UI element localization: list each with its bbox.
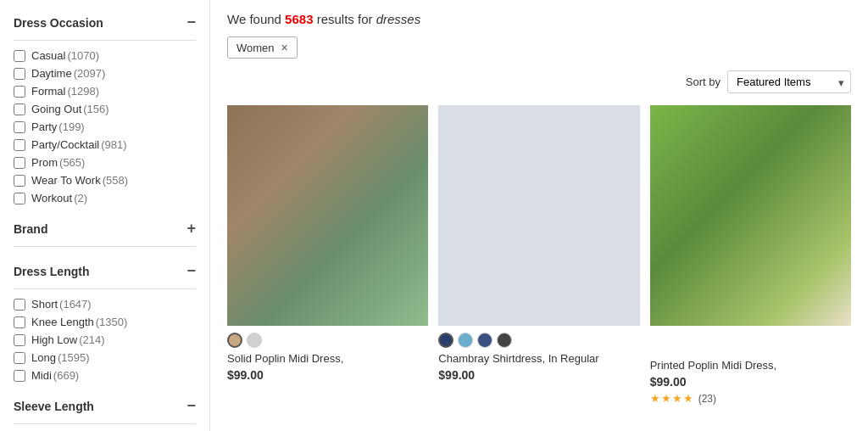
filter-section-sleeve-length-title: Sleeve Length <box>14 400 94 413</box>
filter-section-occasion-toggle[interactable]: − <box>186 14 196 31</box>
filter-count-wear-to-work: (558) <box>103 174 128 187</box>
filter-label-daytime: Daytime <box>31 67 72 80</box>
filter-checkbox-party[interactable] <box>14 121 25 133</box>
sort-select-wrapper[interactable]: Featured Items Price: Low to High Price:… <box>727 70 851 93</box>
filter-section-brand-toggle[interactable]: + <box>186 220 196 238</box>
filter-count-party: (199) <box>58 120 84 133</box>
filter-section-sleeve-length-toggle[interactable]: − <box>186 397 196 415</box>
filter-item-party-cocktail[interactable]: Party/Cocktail (981) <box>14 138 196 151</box>
filter-item-prom[interactable]: Prom (565) <box>14 156 196 169</box>
color-swatch-navy[interactable] <box>438 333 453 348</box>
filter-section-dress-length-header[interactable]: Dress Length − <box>14 262 196 289</box>
filter-checkbox-formal[interactable] <box>14 86 25 98</box>
filter-checkbox-long[interactable] <box>14 352 25 364</box>
filter-dress-length-items: Short (1647) Knee Length (1350) High Low… <box>14 298 196 382</box>
filter-checkbox-going-out[interactable] <box>14 104 25 115</box>
filter-section-occasion-title: Dress Occasion <box>14 16 103 30</box>
filter-count-party-cocktail: (981) <box>101 138 126 151</box>
filter-section-occasion-header[interactable]: Dress Occasion − <box>14 14 196 41</box>
product-image-1[interactable] <box>227 105 428 326</box>
sort-select[interactable]: Featured Items Price: Low to High Price:… <box>727 70 851 93</box>
remove-filter-women-icon[interactable]: × <box>281 41 288 54</box>
color-swatches-1 <box>227 333 428 348</box>
filter-count-prom: (565) <box>59 156 85 169</box>
filter-count-knee-length: (1350) <box>96 316 128 328</box>
filter-section-occasion: Dress Occasion − Casual (1070) Daytime (… <box>14 14 196 204</box>
product-price-1: $99.00 <box>227 368 428 382</box>
product-name-1: Solid Poplin Midi Dress, <box>227 352 428 365</box>
filter-count-casual: (1070) <box>67 49 99 62</box>
main-content: We found 5683 results for dresses Women … <box>210 0 868 431</box>
product-card-3[interactable]: Printed Poplin Midi Dress, $99.00 ★★★★ (… <box>650 105 851 405</box>
filter-count-high-low: (214) <box>79 333 104 346</box>
filter-item-long[interactable]: Long (1595) <box>14 351 196 364</box>
filter-item-midi[interactable]: Midi (669) <box>14 369 196 382</box>
filter-checkbox-short[interactable] <box>14 299 25 311</box>
filter-item-daytime[interactable]: Daytime (2097) <box>14 67 196 80</box>
product-price-3: $99.00 <box>650 375 851 389</box>
filter-label-long: Long <box>31 351 56 364</box>
filter-section-sleeve-length: Sleeve Length − Sleeveless (2837) Short … <box>14 397 196 431</box>
filter-label-going-out: Going Out <box>31 103 81 115</box>
star-rating-3: ★★★★ (23) <box>650 392 851 405</box>
product-card-2[interactable]: Chambray Shirtdress, In Regular $99.00 <box>438 105 639 405</box>
filter-item-short[interactable]: Short (1647) <box>14 298 196 311</box>
filter-label-workout: Workout <box>31 192 72 204</box>
active-filter-women[interactable]: Women × <box>227 36 298 59</box>
filter-label-knee-length: Knee Length <box>31 316 94 328</box>
results-text-prefix: We found <box>227 12 285 26</box>
filter-label-short: Short <box>31 298 58 311</box>
filter-checkbox-wear-to-work[interactable] <box>14 175 25 187</box>
filter-count-midi: (669) <box>53 369 79 382</box>
filter-checkbox-knee-length[interactable] <box>14 316 25 328</box>
sort-label: Sort by <box>686 76 721 88</box>
product-image-3[interactable] <box>650 105 851 326</box>
filter-label-prom: Prom <box>31 156 58 169</box>
filter-label-party: Party <box>31 120 57 133</box>
filter-checkbox-daytime[interactable] <box>14 68 25 80</box>
filter-label-midi: Midi <box>31 369 52 382</box>
filter-count-workout: (2) <box>74 192 87 204</box>
sidebar: Dress Occasion − Casual (1070) Daytime (… <box>0 0 210 431</box>
filter-item-wear-to-work[interactable]: Wear To Work (558) <box>14 174 196 187</box>
filter-label-party-cocktail: Party/Cocktail <box>31 138 99 151</box>
filter-section-dress-length-title: Dress Length <box>14 265 89 278</box>
filter-item-party[interactable]: Party (199) <box>14 120 196 133</box>
filter-checkbox-workout[interactable] <box>14 193 25 204</box>
filter-section-sleeve-length-header[interactable]: Sleeve Length − <box>14 397 196 424</box>
filter-item-workout[interactable]: Workout (2) <box>14 192 196 204</box>
color-swatch-gray[interactable] <box>247 333 262 348</box>
product-grid: Solid Poplin Midi Dress, $99.00 Chambray… <box>227 105 851 405</box>
filter-count-short: (1647) <box>59 298 92 311</box>
filter-checkbox-midi[interactable] <box>14 370 25 382</box>
color-swatch-light-blue[interactable] <box>458 333 473 348</box>
filter-count-going-out: (156) <box>83 103 108 115</box>
filter-checkbox-party-cocktail[interactable] <box>14 139 25 151</box>
review-count-3: (23) <box>698 393 716 405</box>
color-swatches-3 <box>650 333 851 355</box>
filter-label-wear-to-work: Wear To Work <box>31 174 101 187</box>
filter-item-casual[interactable]: Casual (1070) <box>14 49 196 62</box>
color-swatch-tan[interactable] <box>227 333 242 348</box>
filter-item-formal[interactable]: Formal (1298) <box>14 85 196 98</box>
filter-item-going-out[interactable]: Going Out (156) <box>14 103 196 115</box>
product-name-2: Chambray Shirtdress, In Regular <box>438 352 639 365</box>
results-count: 5683 <box>285 12 313 26</box>
filter-section-dress-length-toggle[interactable]: − <box>186 262 196 280</box>
color-swatch-charcoal[interactable] <box>497 333 512 348</box>
filter-item-high-low[interactable]: High Low (214) <box>14 333 196 346</box>
filter-label-casual: Casual <box>31 49 65 62</box>
filter-checkbox-prom[interactable] <box>14 157 25 169</box>
filter-section-brand: Brand + <box>14 220 196 247</box>
product-image-2[interactable] <box>438 105 639 326</box>
color-swatch-medium-blue[interactable] <box>477 333 492 348</box>
product-price-2: $99.00 <box>438 368 639 382</box>
product-card-1[interactable]: Solid Poplin Midi Dress, $99.00 <box>227 105 428 405</box>
filter-count-formal: (1298) <box>67 85 99 98</box>
filter-section-brand-title: Brand <box>14 222 47 236</box>
filter-section-brand-header[interactable]: Brand + <box>14 220 196 247</box>
results-header: We found 5683 results for dresses <box>227 12 851 26</box>
filter-item-knee-length[interactable]: Knee Length (1350) <box>14 316 196 328</box>
filter-checkbox-casual[interactable] <box>14 50 25 62</box>
filter-checkbox-high-low[interactable] <box>14 334 25 346</box>
